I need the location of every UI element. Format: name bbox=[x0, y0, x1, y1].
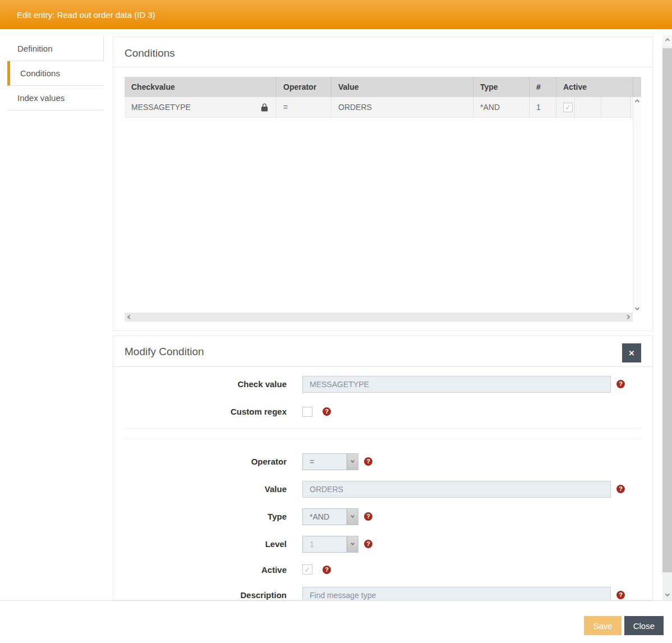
conditions-table-header: Checkvalue Operator Value Type # Active bbox=[125, 77, 641, 97]
conditions-panel-header: Conditions bbox=[113, 37, 652, 67]
cell-active bbox=[556, 97, 575, 117]
column-header-active: Active bbox=[556, 77, 633, 97]
description-input[interactable] bbox=[302, 587, 611, 601]
scroll-down-icon[interactable] bbox=[662, 589, 672, 600]
conditions-panel: Conditions Checkvalue Operator Value Typ… bbox=[113, 36, 653, 331]
tab-definition[interactable]: Definition bbox=[7, 36, 104, 61]
check-value-row: Check value ? bbox=[113, 370, 652, 398]
close-panel-button[interactable]: ✕ bbox=[622, 343, 641, 362]
operator-label: Operator bbox=[113, 457, 287, 466]
cell-empty-2 bbox=[601, 97, 630, 117]
chevron-down-icon[interactable] bbox=[347, 509, 358, 525]
description-label: Description bbox=[113, 590, 287, 600]
help-icon[interactable]: ? bbox=[616, 485, 625, 493]
value-input[interactable] bbox=[302, 481, 611, 498]
help-icon[interactable]: ? bbox=[323, 407, 331, 416]
column-header-operator: Operator bbox=[277, 77, 332, 97]
conditions-table: Checkvalue Operator Value Type # Active … bbox=[125, 77, 641, 320]
save-button[interactable]: Save bbox=[584, 616, 621, 635]
cell-operator: = bbox=[277, 97, 332, 117]
conditions-table-body: MESSAGETYPE = ORDERS *AND 1 bbox=[125, 97, 641, 313]
cell-number: 1 bbox=[530, 97, 556, 117]
active-label: Active bbox=[113, 565, 287, 575]
active-checkbox[interactable] bbox=[302, 564, 312, 575]
cell-checkvalue: MESSAGETYPE bbox=[125, 97, 277, 117]
page-scrollbar-thumb[interactable] bbox=[662, 48, 672, 572]
help-icon[interactable]: ? bbox=[364, 512, 372, 521]
tab-conditions[interactable]: Conditions bbox=[7, 61, 104, 86]
check-value-input[interactable] bbox=[302, 376, 611, 393]
modify-condition-form: Check value ? Custom regex ? Operator = bbox=[113, 367, 652, 600]
column-header-filler bbox=[633, 77, 641, 97]
custom-regex-row: Custom regex ? bbox=[113, 398, 652, 425]
scroll-right-icon[interactable] bbox=[625, 315, 630, 319]
checkvalue-text: MESSAGETYPE bbox=[131, 103, 191, 112]
help-icon[interactable]: ? bbox=[616, 591, 625, 599]
help-icon[interactable]: ? bbox=[323, 566, 331, 574]
custom-regex-checkbox[interactable] bbox=[302, 407, 312, 417]
table-horizontal-scrollbar[interactable] bbox=[125, 313, 633, 322]
cell-value: ORDERS bbox=[332, 97, 473, 117]
scroll-down-icon[interactable] bbox=[635, 306, 639, 310]
dialog-title: Edit entry: Read out order data (ID 3) bbox=[17, 10, 155, 20]
operator-select-value: = bbox=[303, 457, 314, 466]
help-icon[interactable]: ? bbox=[364, 457, 372, 466]
footer-bar: Save Close bbox=[0, 600, 672, 643]
operator-row: Operator = ? bbox=[113, 448, 652, 475]
lock-icon bbox=[260, 103, 269, 112]
conditions-heading: Conditions bbox=[125, 45, 641, 61]
row-active-checkbox[interactable] bbox=[563, 103, 573, 112]
active-row: Active ? bbox=[113, 558, 652, 581]
column-header-number: # bbox=[530, 77, 556, 97]
operator-select[interactable]: = bbox=[302, 453, 358, 470]
scroll-up-icon[interactable] bbox=[662, 35, 672, 46]
modify-condition-panel: Modify Condition ✕ Check value ? Custom … bbox=[113, 336, 653, 600]
table-vertical-scrollbar[interactable] bbox=[633, 97, 641, 313]
chevron-down-icon[interactable] bbox=[347, 454, 358, 470]
column-header-checkvalue: Checkvalue bbox=[125, 77, 277, 97]
form-section-divider bbox=[125, 428, 641, 439]
close-button[interactable]: Close bbox=[624, 616, 664, 635]
help-icon[interactable]: ? bbox=[616, 380, 625, 388]
type-label: Type bbox=[113, 512, 287, 521]
check-value-label: Check value bbox=[113, 379, 287, 389]
description-row: Description ? bbox=[113, 581, 652, 600]
table-row[interactable]: MESSAGETYPE = ORDERS *AND 1 bbox=[125, 97, 633, 118]
sidebar-tabs: Definition Conditions Index values bbox=[7, 36, 104, 111]
close-icon: ✕ bbox=[629, 349, 635, 357]
cell-empty-1 bbox=[575, 97, 601, 117]
cell-type: *AND bbox=[473, 97, 530, 117]
type-select[interactable]: *AND bbox=[302, 508, 358, 525]
level-label: Level bbox=[113, 539, 287, 549]
column-header-value: Value bbox=[332, 77, 473, 97]
level-row: Level 1 ? bbox=[113, 530, 652, 558]
column-header-type: Type bbox=[473, 77, 530, 97]
type-row: Type *AND ? bbox=[113, 503, 652, 530]
value-label: Value bbox=[113, 484, 287, 494]
tab-index-values[interactable]: Index values bbox=[7, 86, 104, 111]
chevron-down-icon[interactable] bbox=[347, 536, 358, 552]
page-scrollbar[interactable] bbox=[662, 35, 672, 600]
modify-panel-header: Modify Condition ✕ bbox=[113, 336, 652, 367]
scroll-up-icon[interactable] bbox=[635, 99, 639, 104]
help-icon[interactable]: ? bbox=[364, 540, 372, 548]
custom-regex-label: Custom regex bbox=[113, 407, 287, 416]
dialog-title-bar: Edit entry: Read out order data (ID 3) bbox=[0, 0, 672, 29]
level-select[interactable]: 1 bbox=[302, 536, 358, 553]
modify-condition-heading: Modify Condition bbox=[125, 344, 641, 360]
scroll-left-icon[interactable] bbox=[127, 315, 132, 319]
level-select-value: 1 bbox=[303, 540, 314, 549]
value-row: Value ? bbox=[113, 475, 652, 503]
type-select-value: *AND bbox=[303, 512, 329, 521]
